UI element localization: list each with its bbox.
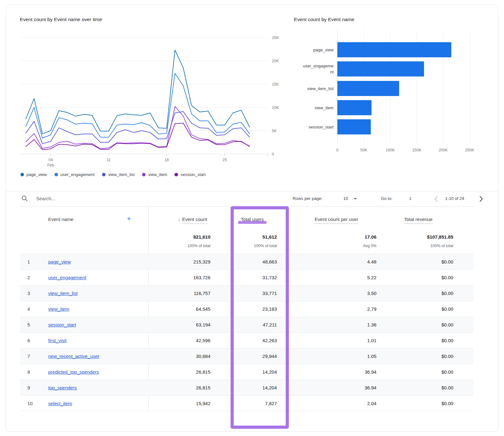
- chevron-left-icon[interactable]: [433, 195, 439, 202]
- rows-per-page-select[interactable]: 10: [343, 196, 348, 201]
- event-count-value: 64,545: [148, 306, 210, 312]
- column-header-total-revenue[interactable]: Total revenue: [404, 217, 432, 222]
- table-row: 1page_view215,32948,6634.48$0.00: [20, 254, 473, 269]
- column-header-event-count-per-user[interactable]: Event count per user: [315, 217, 358, 222]
- legend-item-page_view[interactable]: page_view: [20, 172, 47, 177]
- event-count-value: 26,815: [148, 369, 210, 375]
- total-users-value: 33,771: [210, 291, 277, 296]
- event-name-link[interactable]: user_engagement: [48, 275, 86, 280]
- goto-page-input[interactable]: 1: [409, 196, 412, 201]
- event-count-value: 63,194: [148, 322, 210, 327]
- event-name-link[interactable]: view_item_list: [48, 291, 77, 296]
- total-revenue-value: $0.00: [376, 322, 453, 327]
- add-dimension-icon[interactable]: +: [127, 215, 131, 223]
- legend-label: user_engagement: [60, 172, 95, 177]
- total-per-user-subtext: Avg 0%: [363, 244, 376, 248]
- total-revenue-subtext: 100% of total: [430, 244, 453, 248]
- column-header-event-name[interactable]: Event name: [48, 217, 73, 222]
- row-index: 7: [20, 354, 48, 359]
- table-row: 6first_visit42,59642,2631.01$0.00: [20, 332, 473, 348]
- svg-text:150K: 150K: [412, 148, 421, 152]
- event-name-link[interactable]: top_spenders: [48, 385, 77, 390]
- bar-chart: 050K100K150K200K250Kpage_viewuser_engage…: [296, 29, 492, 161]
- event-count-per-user-value: 1.05: [277, 354, 376, 359]
- svg-text:nt: nt: [330, 70, 334, 74]
- event-name-link[interactable]: predicted_top_spenders: [48, 369, 99, 375]
- legend-dot-icon: [142, 173, 146, 176]
- table-header: Event name + ↓Event count Total users Ev…: [20, 207, 473, 254]
- event-count-value: 30,684: [148, 354, 210, 359]
- event-count-per-user-value: 1.36: [277, 322, 376, 327]
- row-index: 2: [20, 275, 48, 280]
- event-count-value: 15,942: [148, 401, 210, 406]
- total-users-value: 47,211: [210, 322, 277, 327]
- total-revenue-value: $0.00: [376, 275, 453, 280]
- search-input[interactable]: [36, 196, 169, 201]
- sort-descending-icon: ↓: [178, 217, 180, 222]
- event-count-value: 215,329: [148, 259, 210, 264]
- row-index: 1: [20, 259, 48, 264]
- total-event-count: 821,610: [193, 234, 210, 240]
- svg-text:50K: 50K: [360, 148, 368, 152]
- legend-label: view_item: [148, 172, 167, 177]
- event-name-link[interactable]: select_item: [48, 401, 72, 406]
- table-body: 1page_view215,32948,6634.48$0.002user_en…: [20, 254, 473, 411]
- legend-dot-icon: [54, 173, 58, 176]
- legend-item-user_engagement[interactable]: user_engagement: [54, 172, 95, 177]
- chevron-right-icon[interactable]: [478, 195, 484, 202]
- event-name-link[interactable]: session_start: [48, 322, 76, 327]
- total-revenue-value: $0.00: [376, 338, 453, 343]
- svg-text:5K: 5K: [272, 129, 277, 133]
- svg-text:0: 0: [272, 152, 274, 156]
- legend-label: session_start: [180, 172, 206, 177]
- total-users-value: 42,263: [210, 338, 277, 343]
- table-row: 7new_recent_active_user30,68429,9441.05$…: [20, 348, 473, 364]
- svg-text:25K: 25K: [272, 36, 279, 40]
- total-users-value: 48,663: [210, 259, 277, 264]
- search-icon: [21, 195, 28, 202]
- row-index: 6: [20, 338, 48, 343]
- total-per-user: 17.06: [364, 234, 376, 240]
- legend-label: view_item_list: [108, 172, 135, 177]
- event-name-link[interactable]: page_view: [48, 259, 71, 264]
- total-users-value: 23,183: [210, 306, 277, 312]
- total-users-value: 14,204: [210, 369, 277, 375]
- legend-item-view_item_list[interactable]: view_item_list: [102, 172, 135, 177]
- line-chart-legend: page_viewuser_engagementview_item_listvi…: [20, 172, 206, 177]
- table-search: [21, 192, 169, 204]
- table-row: 9top_spenders26,81514,20436.94$0.00: [20, 380, 473, 395]
- total-revenue-value: $0.00: [376, 354, 453, 359]
- event-count-value: 116,757: [148, 291, 210, 296]
- svg-text:250K: 250K: [465, 148, 474, 152]
- svg-text:user_engageme: user_engageme: [303, 64, 334, 68]
- row-index: 9: [20, 385, 48, 390]
- event-name-link[interactable]: new_recent_active_user: [48, 354, 100, 359]
- total-users-underline-annotation: [238, 221, 266, 224]
- event-name-link[interactable]: view_item: [48, 306, 69, 312]
- legend-item-session_start[interactable]: session_start: [175, 172, 206, 177]
- svg-text:Feb: Feb: [47, 163, 54, 167]
- bar-chart-title: Event count by Event name: [294, 17, 354, 22]
- chevron-down-icon[interactable]: [354, 198, 357, 200]
- svg-text:18: 18: [164, 158, 169, 162]
- event-name-link[interactable]: first_visit: [48, 338, 66, 343]
- column-header-event-count[interactable]: ↓Event count: [178, 217, 207, 222]
- event-count-per-user-value: 2.04: [277, 401, 376, 406]
- table-row: 3view_item_list116,75733,7713.50$0.00: [20, 285, 473, 301]
- total-event-count-subtext: 100% of total: [187, 244, 210, 248]
- pagination-range: 1-10 of 24: [445, 196, 464, 201]
- total-revenue-value: $0.00: [376, 401, 453, 406]
- total-users-value: 14,204: [210, 385, 277, 390]
- svg-text:0: 0: [336, 148, 339, 152]
- svg-text:10K: 10K: [272, 105, 279, 110]
- event-count-per-user-value: 36.94: [277, 385, 376, 390]
- legend-label: page_view: [26, 172, 47, 177]
- row-index: 8: [20, 369, 48, 375]
- legend-item-view_item[interactable]: view_item: [142, 172, 167, 177]
- row-index: 3: [20, 291, 48, 296]
- table-row: 4view_item64,54523,1832.79$0.00: [20, 301, 473, 317]
- svg-text:25: 25: [222, 158, 227, 162]
- event-count-per-user-value: 4.48: [277, 259, 376, 264]
- goto-label: Go to:: [381, 196, 392, 201]
- total-revenue-value: $0.00: [376, 369, 453, 375]
